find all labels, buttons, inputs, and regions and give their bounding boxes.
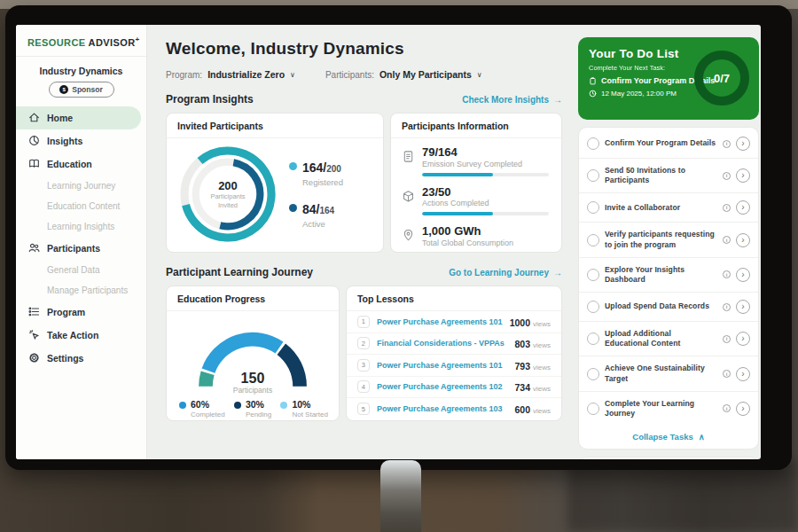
task-open-button[interactable]: › (736, 233, 750, 247)
list-icon (28, 306, 40, 317)
gauge-label: Participants (186, 386, 319, 395)
sidebar-item-learning-insights[interactable]: Learning Insights (16, 216, 146, 237)
legend-not-started: 10% Not Started (280, 400, 327, 419)
info-icon[interactable]: i (723, 335, 731, 343)
invited-donut-chart: 200 Participants Invited (176, 142, 280, 246)
legend-dot (179, 402, 186, 409)
task-open-button[interactable]: › (736, 200, 750, 215)
background-shadow (567, 461, 798, 532)
program-filter[interactable]: Program: Industrialize Zero ∨ (166, 69, 295, 80)
sidebar-item-participants[interactable]: Participants (16, 237, 146, 260)
dashboard-screen: RESOURCE ADVISOR+ Industry Dynamics $ Sp… (16, 25, 761, 459)
sidebar-item-settings[interactable]: Settings (16, 347, 146, 370)
task-row: Confirm Your Program Details i › (579, 129, 758, 159)
task-row: Upload Spend Data Records i › (579, 293, 758, 322)
location-pin-icon (402, 229, 415, 242)
monitor-stand (380, 460, 421, 532)
lesson-link[interactable]: Financial Considerations - VPPAs (377, 339, 508, 348)
task-checkbox[interactable] (587, 332, 599, 345)
lesson-link[interactable]: Power Purchase Agreements 102 (377, 382, 508, 391)
task-checkbox[interactable] (587, 169, 599, 182)
sponsor-badge: $ Sponsor (49, 82, 114, 98)
actions-progress-bar (422, 212, 549, 215)
legend-dot (234, 402, 241, 409)
actions-icon (402, 190, 415, 203)
info-icon[interactable]: i (723, 236, 731, 244)
legend-dot (280, 402, 287, 409)
lesson-link[interactable]: Power Purchase Agreements 101 (377, 317, 503, 326)
chevron-down-icon: ∨ (477, 71, 482, 79)
task-open-button[interactable]: › (736, 402, 750, 416)
arrow-right-icon: → (553, 268, 562, 278)
check-more-insights-link[interactable]: Check More Insights → (462, 95, 562, 105)
main-content: Welcome, Industry Dynamics Program: Indu… (147, 25, 576, 459)
rank-badge: 4 (357, 380, 370, 393)
clipboard-icon (589, 77, 597, 85)
todo-panel: Your To Do List Complete Your Next Task:… (576, 25, 761, 459)
legend-registered: 164/200 Registered (289, 160, 343, 187)
learning-journey-heading: Participant Learning Journey (166, 266, 313, 278)
invited-total-label: Participants Invited (202, 192, 254, 209)
task-checkbox[interactable] (587, 234, 599, 246)
task-open-button[interactable]: › (736, 137, 750, 151)
task-open-button[interactable]: › (736, 332, 750, 346)
clock-icon (589, 90, 597, 98)
card-title: Top Lessons (347, 286, 561, 311)
pointer-icon (28, 329, 40, 340)
sidebar-item-education[interactable]: Education (16, 153, 146, 176)
education-gauge-chart: 150 Participants (186, 320, 319, 393)
gear-icon (28, 352, 40, 364)
task-checkbox[interactable] (587, 368, 599, 380)
task-row: Upload Additional Educational Content i … (579, 322, 758, 356)
task-checkbox[interactable] (587, 301, 599, 313)
task-open-button[interactable]: › (736, 168, 750, 183)
info-icon[interactable]: i (723, 270, 731, 278)
task-row: Send 50 Invitations to Participants i › (579, 159, 758, 193)
book-icon (28, 158, 40, 169)
rank-badge: 1 (357, 316, 370, 328)
info-icon[interactable]: i (723, 370, 731, 378)
lesson-row: 3 Power Purchase Agreements 101 793views (347, 355, 561, 377)
tasks-list: Confirm Your Program Details i › Send 50… (578, 127, 759, 450)
info-icon[interactable]: i (723, 303, 731, 311)
stat-global-consumption: 1,000 GWh Total Global Consumption (402, 225, 549, 247)
todo-header-card: Your To Do List Complete Your Next Task:… (578, 37, 759, 120)
task-row: Complete Your Learning Journey i › (579, 392, 758, 426)
info-icon[interactable]: i (723, 404, 731, 412)
sidebar-item-insights[interactable]: Insights (16, 129, 146, 153)
insights-icon (28, 135, 40, 146)
rank-badge: 5 (357, 403, 370, 415)
legend-dot (289, 162, 297, 170)
sidebar-item-take-action[interactable]: Take Action (16, 324, 146, 347)
legend-dot (289, 204, 297, 212)
collapse-tasks-link[interactable]: Collapse Tasks ∧ (579, 426, 758, 447)
info-icon[interactable]: i (723, 204, 731, 212)
sidebar-item-learning-journey[interactable]: Learning Journey (16, 176, 146, 196)
info-icon[interactable]: i (723, 172, 731, 180)
task-checkbox[interactable] (587, 269, 599, 281)
filters-row: Program: Industrialize Zero ∨ Participan… (166, 69, 562, 80)
go-to-learning-journey-link[interactable]: Go to Learning Journey → (449, 268, 562, 278)
survey-icon (402, 150, 415, 163)
task-open-button[interactable]: › (736, 367, 750, 381)
sidebar-item-general-data[interactable]: General Data (16, 260, 146, 280)
participants-filter[interactable]: Participants: Only My Participants ∨ (325, 69, 482, 80)
arrow-right-icon: → (553, 95, 562, 105)
task-open-button[interactable]: › (736, 268, 750, 282)
info-icon[interactable]: i (723, 140, 731, 148)
lesson-link[interactable]: Power Purchase Agreements 103 (377, 404, 508, 413)
sidebar-item-program[interactable]: Program (16, 301, 146, 324)
lesson-link[interactable]: Power Purchase Agreements 101 (377, 361, 508, 370)
lesson-row: 2 Financial Considerations - VPPAs 803vi… (347, 333, 561, 356)
todo-progress-ring: 0/7 (694, 51, 749, 106)
task-row: Invite a Collaborator i › (579, 193, 758, 223)
task-checkbox[interactable] (587, 137, 599, 150)
participants-information-card: Participants Information 79/164 Emission… (390, 113, 562, 253)
sponsor-icon: $ (59, 85, 68, 94)
sidebar-item-manage-participants[interactable]: Manage Participants (16, 280, 146, 301)
task-checkbox[interactable] (587, 403, 599, 415)
sidebar-item-education-content[interactable]: Education Content (16, 196, 146, 216)
task-checkbox[interactable] (587, 201, 599, 214)
sidebar-item-home[interactable]: Home (16, 106, 141, 129)
task-open-button[interactable]: › (736, 300, 750, 314)
